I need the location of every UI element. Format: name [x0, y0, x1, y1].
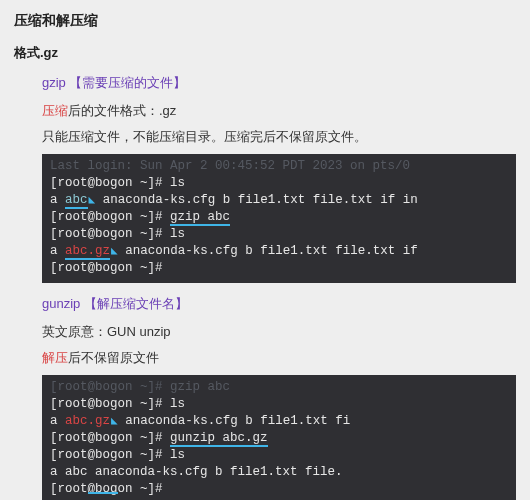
decompress-label: 解压: [42, 350, 68, 365]
page-title: 压缩和解压缩: [14, 12, 516, 30]
gzip-behavior-note: 只能压缩文件，不能压缩目录。压缩完后不保留原文件。: [42, 128, 516, 146]
terminal-line: Last login: Sun Apr 2 00:45:52 PDT 2023 …: [50, 158, 508, 175]
compress-label: 压缩: [42, 103, 68, 118]
document-page: 压缩和解压缩 格式.gz gzip 【需要压缩的文件】 压缩后的文件格式：.gz…: [0, 0, 530, 500]
terminal-line: a abc◣ anaconda-ks.cfg b file1.txt file.…: [50, 192, 508, 209]
gunzip-note: 解压后不保留原文件: [42, 349, 516, 367]
abc-gz-file: abc.gz: [65, 414, 110, 428]
abc-dir: abc: [65, 193, 88, 209]
section-heading: 格式.gz: [14, 44, 516, 62]
gzip-format-note: 压缩后的文件格式：.gz: [42, 102, 516, 120]
compress-rest: 后的文件格式：.gz: [68, 103, 176, 118]
terminal-line: [root@bogon ~]# gzip abc: [50, 209, 508, 226]
terminal-line: [root@bogon ~]# ls: [50, 226, 508, 243]
terminal-line: a abc.gz◣ anaconda-ks.cfg b file1.txt fi…: [50, 243, 508, 260]
terminal-line: a abc.gz◣ anaconda-ks.cfg b file1.txt fi: [50, 413, 508, 430]
gunzip-origin: 英文原意：GUN unzip: [42, 323, 516, 341]
annotation-underline: [88, 492, 118, 494]
terminal-line: [root@bogon ~]#: [50, 260, 508, 277]
terminal-line: [root@bogon ~]# ls: [50, 447, 508, 464]
terminal-output-gunzip: [root@bogon ~]# gzip abc [root@bogon ~]#…: [42, 375, 516, 500]
gzip-command-title: gzip 【需要压缩的文件】: [42, 74, 516, 92]
terminal-output-gzip: Last login: Sun Apr 2 00:45:52 PDT 2023 …: [42, 154, 516, 283]
terminal-line: [root@bogon ~]# gzip abc: [50, 379, 508, 396]
abc-gz-file: abc.gz: [65, 244, 110, 260]
terminal-line: [root@bogon ~]# ls: [50, 175, 508, 192]
annotation-arrow-icon: ◣: [111, 415, 118, 427]
gzip-cmd: gzip abc: [170, 210, 230, 226]
decompress-rest: 后不保留原文件: [68, 350, 159, 365]
terminal-line: [root@bogon ~]#: [50, 481, 508, 498]
section-body: gzip 【需要压缩的文件】 压缩后的文件格式：.gz 只能压缩文件，不能压缩目…: [14, 74, 516, 500]
terminal-line: [root@bogon ~]# ls: [50, 396, 508, 413]
annotation-arrow-icon: ◣: [111, 245, 118, 257]
gunzip-command-title: gunzip 【解压缩文件名】: [42, 295, 516, 313]
terminal-line: [root@bogon ~]# gunzip abc.gz: [50, 430, 508, 447]
terminal-line: a abc anaconda-ks.cfg b file1.txt file.: [50, 464, 508, 481]
gunzip-cmd: gunzip abc.gz: [170, 431, 268, 447]
